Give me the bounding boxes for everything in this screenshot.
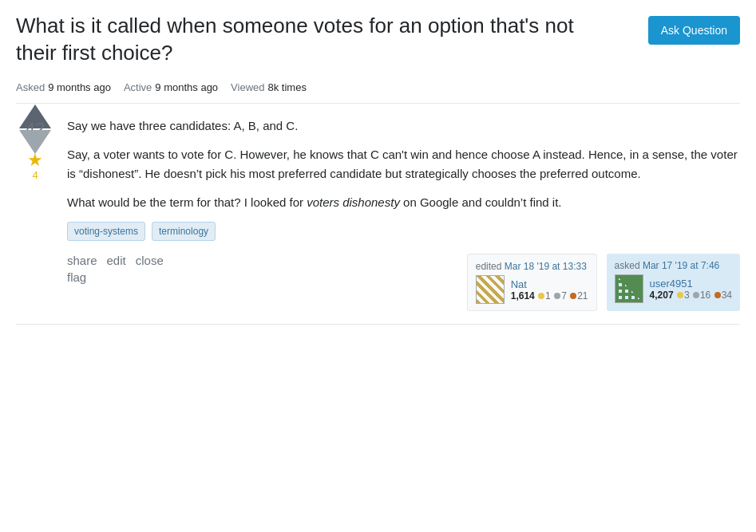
edit-timestamp: edited Mar 18 '19 at 13:33 <box>476 261 588 272</box>
bookmark-cell: ★ 4 <box>27 152 43 181</box>
page-container: What is it called when someone votes for… <box>16 13 740 325</box>
editor-user-row: Nat 1,614 1 7 21 <box>476 275 588 304</box>
question-meta: Asked 9 months ago Active 9 months ago V… <box>16 75 740 104</box>
post-body: Say we have three candidates: A, B, and … <box>67 116 740 311</box>
editor-bronze-count: 21 <box>577 290 588 301</box>
edit-link[interactable]: edit <box>107 254 126 267</box>
paragraph-3-italic: voters dishonesty <box>307 195 400 209</box>
editor-avatar <box>476 275 505 304</box>
post-divider <box>16 324 740 325</box>
asker-silver-dot <box>693 292 699 298</box>
viewed-value: 8k times <box>268 81 307 93</box>
meta-viewed: Viewed 8k times <box>231 81 307 93</box>
asker-bronze-count: 34 <box>722 290 732 301</box>
flag-row: flag <box>67 270 164 284</box>
editor-gold-count: 1 <box>545 290 551 301</box>
asker-card: asked Mar 17 '19 at 7:46 user4951 4,207 <box>607 254 740 311</box>
editor-silver-count: 7 <box>561 290 567 301</box>
action-links-col: share edit close flag <box>67 254 164 284</box>
editor-name[interactable]: Nat <box>511 278 588 290</box>
viewed-label: Viewed <box>231 81 264 93</box>
paragraph-3-suffix: on Google and couldn’t find it. <box>400 195 562 209</box>
editor-gold-dot <box>538 293 544 299</box>
top-action-links: share edit close <box>67 254 164 267</box>
asker-name-link[interactable]: user4951 <box>650 278 693 290</box>
asker-rep: 4,207 <box>650 290 674 301</box>
post-layout: 42 ★ 4 Say we have three candidates: A, … <box>16 116 740 311</box>
ask-question-button[interactable]: Ask Question <box>648 16 740 45</box>
tag-terminology[interactable]: terminology <box>152 222 216 241</box>
edit-label: edited <box>476 261 502 272</box>
editor-silver-dot <box>554 293 560 299</box>
editor-name-link[interactable]: Nat <box>511 278 527 290</box>
tag-voting-systems[interactable]: voting-systems <box>67 222 145 241</box>
active-label: Active <box>124 81 152 93</box>
ask-time: Mar 17 '19 at 7:46 <box>643 260 719 271</box>
paragraph-3-prefix: What would be the term for that? I looke… <box>67 195 307 209</box>
tags-container: voting-systems terminology <box>67 222 740 241</box>
asker-details: user4951 4,207 3 16 34 <box>650 276 732 301</box>
asker-gold-count: 3 <box>684 290 690 301</box>
question-title: What is it called when someone votes for… <box>16 13 591 67</box>
meta-active: Active 9 months ago <box>124 81 218 93</box>
close-link[interactable]: close <box>136 254 164 267</box>
edit-time: Mar 18 '19 at 13:33 <box>505 261 587 272</box>
asker-name[interactable]: user4951 <box>650 278 732 290</box>
post-actions-area: share edit close flag edited Mar 18 '19 <box>67 254 740 311</box>
asker-rep-row: 4,207 3 16 34 <box>650 290 732 301</box>
paragraph-1: Say we have three candidates: A, B, and … <box>67 116 740 136</box>
flag-link[interactable]: flag <box>67 270 86 284</box>
asker-avatar <box>615 274 643 303</box>
asker-bronze-dot <box>714 292 721 298</box>
post-text: Say we have three candidates: A, B, and … <box>67 116 740 212</box>
editor-rep-row: 1,614 1 7 21 <box>511 290 588 301</box>
editor-details: Nat 1,614 1 7 21 <box>511 277 588 301</box>
editor-rep: 1,614 <box>511 290 535 301</box>
asked-label: Asked <box>16 81 45 93</box>
asked-value: 9 months ago <box>48 81 111 93</box>
share-link[interactable]: share <box>67 254 97 267</box>
ask-timestamp: asked Mar 17 '19 at 7:46 <box>615 260 732 271</box>
editor-bronze-dot <box>570 293 576 299</box>
active-value: 9 months ago <box>155 81 218 93</box>
star-icon[interactable]: ★ <box>27 152 43 169</box>
asker-silver-count: 16 <box>700 290 710 301</box>
asker-gold-dot <box>677 292 683 298</box>
paragraph-3: What would be the term for that? I looke… <box>67 193 740 212</box>
vote-cell: 42 ★ 4 <box>16 116 54 311</box>
asker-user-row: user4951 4,207 3 16 34 <box>615 274 732 303</box>
paragraph-2: Say, a voter wants to vote for C. Howeve… <box>67 145 740 183</box>
header-row: What is it called when someone votes for… <box>16 13 740 67</box>
bookmark-count: 4 <box>32 169 38 181</box>
user-cards: edited Mar 18 '19 at 13:33 Nat 1,614 <box>467 254 740 311</box>
editor-card: edited Mar 18 '19 at 13:33 Nat 1,614 <box>467 254 597 311</box>
meta-asked: Asked 9 months ago <box>16 81 111 93</box>
ask-label: asked <box>615 260 640 271</box>
